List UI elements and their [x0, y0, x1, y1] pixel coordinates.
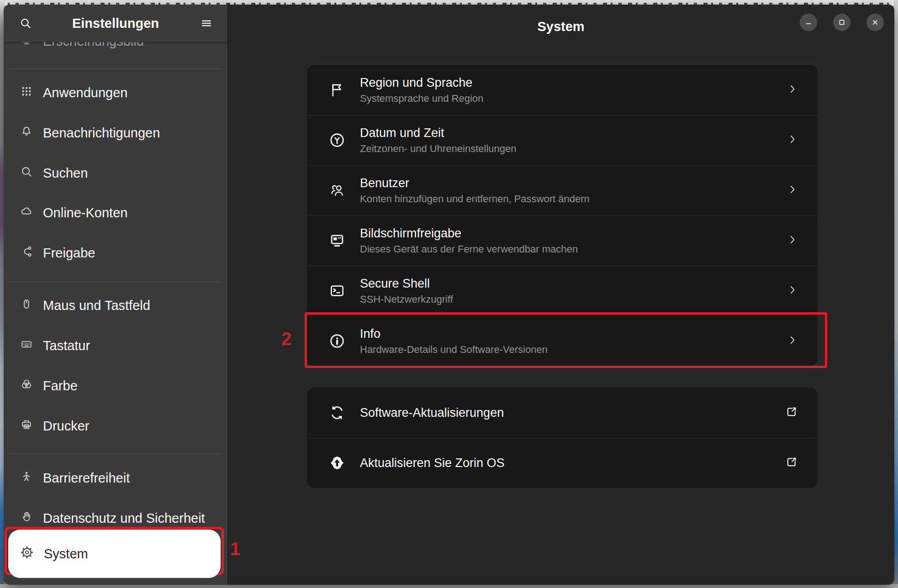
taskbar-sliver [0, 584, 898, 588]
row-title: Aktualisieren Sie Zorin OS [360, 456, 505, 470]
sidebar-item-suchen[interactable]: Suchen [4, 153, 227, 193]
row-secure-shell[interactable]: Secure Shell SSH-Netzwerkzugriff [307, 266, 818, 316]
sidebar-item-system-selected[interactable]: System [8, 530, 221, 578]
software-update-icon [327, 404, 347, 421]
row-bildschirmfreigabe[interactable]: Bildschirmfreigabe Dieses Gerät aus der … [307, 215, 818, 266]
updates-card: Software-Aktualisierungen [307, 388, 818, 488]
row-subtitle: Konten hinzufügen und entfernen, Passwor… [360, 193, 590, 205]
terminal-icon [327, 282, 347, 299]
sidebar-item-farbe[interactable]: Farbe [4, 366, 227, 406]
sidebar-item-barrierefreiheit[interactable]: Barrierefreiheit [4, 458, 227, 498]
chevron-right-icon [787, 334, 798, 348]
main-pane: System Region und S [228, 5, 894, 585]
info-icon [327, 332, 347, 350]
row-software-aktualisierungen[interactable]: Software-Aktualisierungen [307, 388, 818, 438]
sidebar-divider [8, 68, 222, 69]
sidebar-item-label: Drucker [43, 419, 90, 434]
minimize-button[interactable] [800, 14, 817, 31]
zorin-update-icon [327, 455, 347, 471]
sidebar-item-label: Barrierefreiheit [43, 471, 130, 486]
main-menu-button[interactable] [196, 13, 217, 33]
sidebar-item-label: Maus und Tastfeld [43, 298, 150, 313]
row-title: Datum und Zeit [360, 126, 516, 140]
gear-icon [20, 546, 34, 562]
sidebar-item-freigabe[interactable]: Freigabe [4, 233, 227, 273]
chevron-right-icon [787, 284, 798, 298]
color-icon [20, 378, 33, 394]
sidebar-item-maus-und-tastfeld[interactable]: Maus und Tastfeld [4, 285, 227, 326]
search-icon [20, 165, 33, 181]
sidebar-divider [8, 453, 222, 454]
row-title: Benutzer [360, 176, 590, 190]
sidebar-item-label: Benachrichtigungen [43, 126, 160, 141]
chevron-right-icon [787, 184, 798, 197]
row-aktualisieren-zorin-os[interactable]: Aktualisieren Sie Zorin OS [307, 438, 818, 488]
row-title: Info [360, 326, 548, 341]
clock-icon [327, 131, 347, 149]
sidebar-item-anwendungen[interactable]: Anwendungen [4, 73, 227, 113]
hand-icon [20, 510, 33, 526]
row-title: Software-Aktualisierungen [360, 405, 504, 420]
desktop-right-sliver [894, 0, 898, 588]
row-region-und-sprache[interactable]: Region und Sprache Systemsprache und Reg… [307, 65, 818, 115]
row-subtitle: SSH-Netzwerkzugriff [360, 294, 453, 305]
apps-grid-icon [20, 85, 33, 101]
row-subtitle: Hardware-Details und Software-Versionen [360, 344, 548, 356]
row-info[interactable]: Info Hardware-Details und Software-Versi… [307, 316, 818, 366]
system-settings-card: Region und Sprache Systemsprache und Reg… [307, 65, 818, 366]
row-subtitle: Zeitzonen- und Uhreneinstellungen [360, 143, 516, 155]
sidebar-item-drucker[interactable]: Drucker [4, 406, 227, 446]
chevron-right-icon [787, 234, 798, 247]
external-link-icon [785, 405, 798, 420]
desktop: Erscheinungsbild Einstellungen [0, 0, 898, 588]
settings-window: Erscheinungsbild Einstellungen [4, 5, 894, 585]
keyboard-icon [20, 338, 33, 354]
sidebar-item-label: Freigabe [43, 246, 95, 261]
cloud-icon [20, 205, 33, 221]
users-icon [327, 182, 347, 199]
close-button[interactable] [866, 14, 884, 31]
sidebar-item-benachrichtigungen[interactable]: Benachrichtigungen [4, 113, 227, 153]
external-link-icon [785, 455, 798, 471]
sidebar-item-label: Tastatur [43, 338, 90, 353]
accessibility-icon [20, 470, 33, 486]
page-title: System [537, 19, 584, 34]
row-title: Bildschirmfreigabe [360, 226, 578, 241]
printer-icon [20, 418, 33, 434]
maximize-icon [837, 18, 846, 27]
chevron-right-icon [787, 83, 798, 97]
mouse-icon [20, 298, 33, 314]
sidebar-item-label: Anwendungen [43, 85, 127, 100]
row-datum-und-zeit[interactable]: Datum und Zeit Zeitzonen- und Uhreneinst… [307, 115, 818, 165]
sidebar-item-label: Datenschutz und Sicherheit [43, 511, 205, 526]
maximize-button[interactable] [833, 14, 850, 31]
sidebar: Erscheinungsbild Einstellungen [4, 5, 227, 585]
minimize-icon [804, 18, 813, 27]
search-button[interactable] [16, 13, 36, 33]
share-icon [20, 245, 33, 261]
row-benutzer[interactable]: Benutzer Konten hinzufügen und entfernen… [307, 165, 818, 215]
search-icon [19, 17, 32, 30]
sidebar-header: Einstellungen [4, 5, 227, 42]
sidebar-item-label: System [44, 546, 88, 562]
sidebar-item-label: Farbe [43, 378, 78, 394]
sidebar-item-tastatur[interactable]: Tastatur [4, 326, 227, 366]
chevron-right-icon [787, 133, 798, 147]
row-title: Region und Sprache [360, 75, 483, 90]
close-icon [871, 18, 880, 27]
bell-icon [20, 125, 33, 141]
sidebar-item-label: Suchen [43, 166, 88, 181]
sidebar-title: Einstellungen [72, 16, 159, 31]
row-title: Secure Shell [360, 276, 453, 291]
sidebar-item-online-konten[interactable]: Online-Konten [4, 193, 227, 233]
row-subtitle: Systemsprache und Region [360, 93, 483, 105]
hamburger-menu-icon [200, 17, 213, 30]
screen-share-icon [327, 232, 347, 249]
flag-icon [327, 81, 347, 99]
sidebar-item-label: Online-Konten [43, 205, 127, 220]
sidebar-divider [8, 282, 222, 282]
row-subtitle: Dieses Gerät aus der Ferne verwendbar ma… [360, 243, 578, 255]
